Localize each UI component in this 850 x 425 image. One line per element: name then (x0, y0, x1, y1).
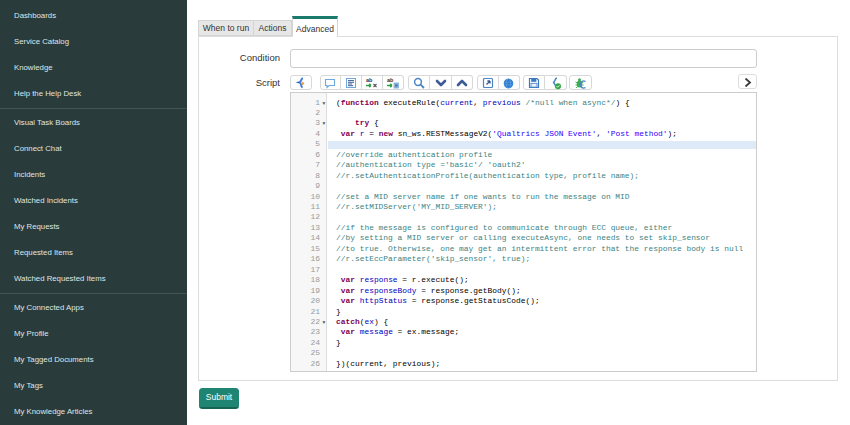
svg-text:ab: ab (366, 77, 373, 83)
svg-text:ab: ab (387, 77, 394, 83)
